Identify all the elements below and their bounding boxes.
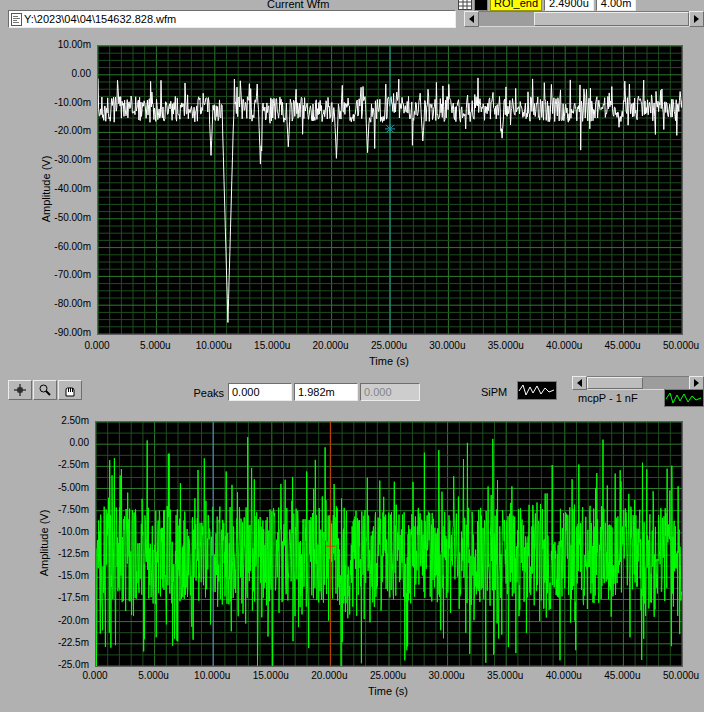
x-tick-label: 45.000u <box>592 670 652 681</box>
cursor-y-value[interactable]: 4.00m <box>596 0 637 11</box>
sipm-legend-label: SiPM <box>481 386 507 398</box>
magnifier-icon <box>37 383 53 397</box>
y-tick-label: -70.00m <box>3 269 91 280</box>
scrollbar-track[interactable] <box>587 376 689 390</box>
scrollbar-thumb[interactable] <box>534 12 689 26</box>
y-tick-label: -22.5m <box>1 637 89 648</box>
mcp-plot-sample[interactable] <box>664 389 704 407</box>
sipm-graph-plot-area[interactable] <box>97 45 683 335</box>
right-arrow-icon <box>694 379 699 387</box>
y-tick-label: -5.00m <box>1 482 89 493</box>
y-tick-label: 0.00 <box>3 68 91 79</box>
x-tick-label: 0.000 <box>67 340 127 351</box>
y-tick-label: 2.50m <box>1 415 89 426</box>
left-arrow-icon <box>469 15 474 23</box>
x-tick-label: 20.000u <box>299 670 359 681</box>
sipm-waveform-svg <box>98 46 682 334</box>
y-tick-label: -50.00m <box>3 212 91 223</box>
x-tick-label: 20.000u <box>301 340 361 351</box>
y-tick-label: -17.5m <box>1 592 89 603</box>
pan-tool-button[interactable] <box>58 380 82 400</box>
x-tick-label: 15.000u <box>242 340 302 351</box>
cursor-x-value[interactable]: 2.4900u <box>544 0 594 11</box>
x-tick-label: 25.000u <box>358 670 418 681</box>
scroll-right-button[interactable] <box>689 376 704 390</box>
cursor-tool-button[interactable] <box>8 380 32 400</box>
plot-legend-scrollbar[interactable] <box>572 376 704 390</box>
y-tick-label: 10.00m <box>3 39 91 50</box>
x-tick-label: 45.000u <box>593 340 653 351</box>
peaks-field-1[interactable] <box>228 383 292 401</box>
x-tick-label: 35.000u <box>475 670 535 681</box>
amplitude-axis-label-bottom: Amplitude (V) <box>38 510 50 577</box>
cursor-list-scrollbar[interactable] <box>464 11 704 27</box>
y-tick-label: -30.00m <box>3 154 91 165</box>
graph-palette <box>8 380 82 400</box>
y-tick-label: 0.00 <box>1 437 89 448</box>
x-tick-label: 30.000u <box>417 670 477 681</box>
y-tick-label: -2.50m <box>1 459 89 470</box>
peaks-field-3 <box>360 383 420 401</box>
cursor-marker[interactable] <box>385 124 395 134</box>
peaks-label: Peaks <box>186 387 224 399</box>
x-tick-label: 10.000u <box>184 340 244 351</box>
zoom-tool-button[interactable] <box>33 380 57 400</box>
y-tick-label: -10.0m <box>1 526 89 537</box>
time-axis-label-top: Time (s) <box>369 355 409 367</box>
x-tick-label: 35.000u <box>476 340 536 351</box>
cursor-list-icon[interactable] <box>458 0 472 11</box>
y-tick-label: -80.00m <box>3 298 91 309</box>
x-tick-label: 30.000u <box>417 340 477 351</box>
labview-front-panel: Current Wfm ROI_end 2.4900u 4.00m Amplit… <box>0 0 704 712</box>
hand-icon <box>62 383 78 397</box>
cursor-name-field[interactable]: ROI_end <box>490 0 542 11</box>
x-tick-label: 5.000u <box>124 670 184 681</box>
y-tick-label: -40.00m <box>3 183 91 194</box>
x-tick-label: 40.000u <box>534 670 594 681</box>
y-tick-label: -10.00m <box>3 97 91 108</box>
right-arrow-icon <box>694 15 699 23</box>
scroll-left-button[interactable] <box>464 11 479 27</box>
current-wfm-label: Current Wfm <box>267 0 329 10</box>
peaks-field-2[interactable] <box>294 383 358 401</box>
x-tick-label: 10.000u <box>182 670 242 681</box>
cursor-legend-row: ROI_end 2.4900u 4.00m <box>458 0 636 11</box>
scrollbar-track[interactable] <box>479 11 689 27</box>
sipm-plot-sample[interactable] <box>517 381 557 400</box>
x-tick-label: 50.000u <box>651 340 704 351</box>
x-tick-label: 40.000u <box>534 340 594 351</box>
scroll-right-button[interactable] <box>689 11 704 27</box>
mcp-legend-label: mcpP - 1 nF <box>578 392 638 404</box>
y-tick-label: -25.0m <box>1 659 89 670</box>
x-tick-label: 15.000u <box>241 670 301 681</box>
cursor-color-swatch[interactable] <box>474 0 488 11</box>
x-tick-label: 5.000u <box>125 340 185 351</box>
scrollbar-thumb[interactable] <box>587 377 643 389</box>
crosshair-icon <box>12 383 28 397</box>
y-tick-label: -20.0m <box>1 615 89 626</box>
x-tick-label: 25.000u <box>359 340 419 351</box>
white-waveform-sample-icon <box>518 382 556 399</box>
x-tick-label: 0.000 <box>65 670 125 681</box>
y-tick-label: -20.00m <box>3 125 91 136</box>
wfm-path-control[interactable] <box>8 10 456 28</box>
mcp-waveform-svg <box>96 422 682 666</box>
y-tick-label: -60.00m <box>3 241 91 252</box>
wfm-path-input[interactable] <box>24 12 455 26</box>
path-type-icon <box>11 13 22 26</box>
scroll-left-button[interactable] <box>572 376 587 390</box>
green-waveform-sample-icon <box>665 390 703 406</box>
y-tick-label: -15.0m <box>1 570 89 581</box>
y-tick-label: -7.50m <box>1 504 89 515</box>
mcp-graph-plot-area[interactable] <box>95 421 683 667</box>
y-tick-label: -12.5m <box>1 548 89 559</box>
y-tick-label: -90.00m <box>3 327 91 338</box>
time-axis-label-bottom: Time (s) <box>368 685 408 697</box>
left-arrow-icon <box>577 379 582 387</box>
x-tick-label: 50.000u <box>651 670 704 681</box>
